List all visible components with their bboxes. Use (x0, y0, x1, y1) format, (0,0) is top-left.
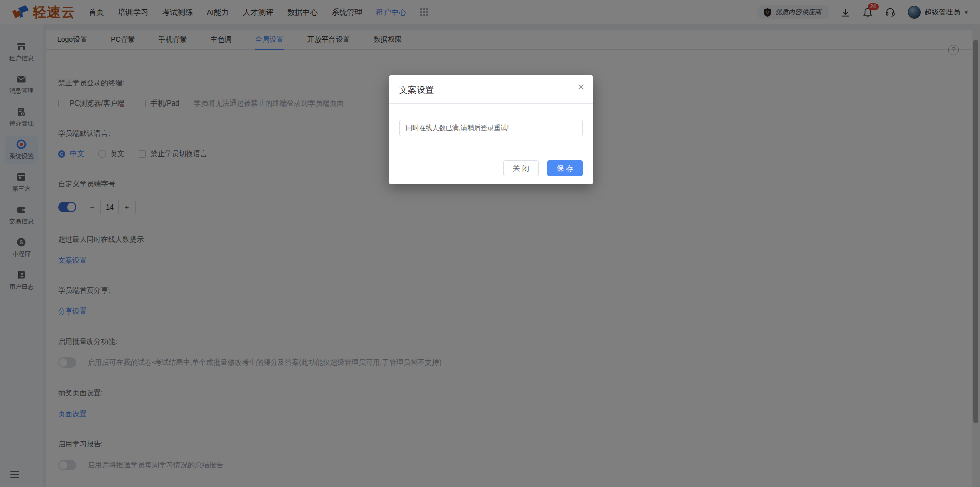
dialog-footer: 关 闭 保 存 (389, 152, 593, 184)
copywriting-settings-dialog: 文案设置 ✕ 关 闭 保 存 (389, 75, 593, 184)
dialog-title: 文案设置 (399, 85, 434, 95)
save-button[interactable]: 保 存 (547, 160, 583, 176)
dialog-header: 文案设置 ✕ (389, 75, 593, 104)
modal-backdrop[interactable] (0, 0, 980, 487)
dialog-body (389, 104, 593, 152)
close-icon[interactable]: ✕ (577, 83, 585, 92)
close-button[interactable]: 关 闭 (503, 160, 539, 176)
copywriting-input[interactable] (399, 120, 583, 136)
